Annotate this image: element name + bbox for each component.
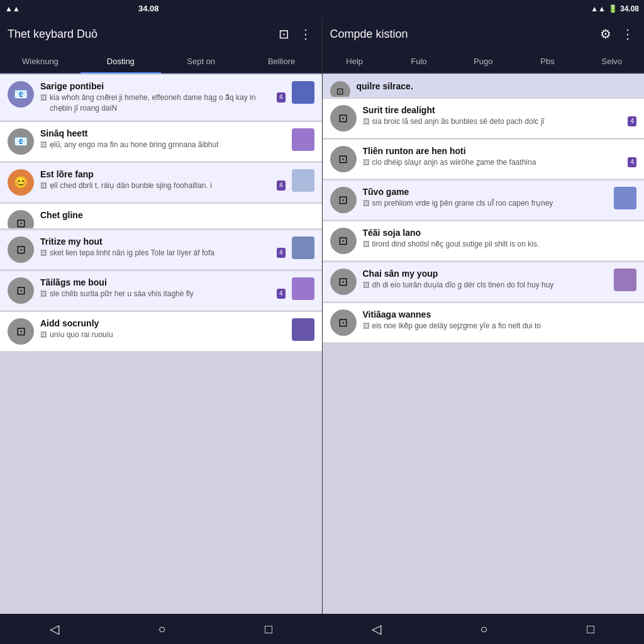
- recent-button-left[interactable]: □: [252, 617, 285, 641]
- preview-icon: 🖼: [40, 289, 47, 299]
- left-app-bar: Thet keybard Duō ⊡ ⋮: [0, 18, 322, 50]
- preview-text: ẹlĭ ched dbrli t, ráiụ dân bunble sjing …: [50, 180, 274, 191]
- avatar: ⊡: [330, 269, 357, 295]
- thumb-image: [292, 169, 314, 192]
- left-tabs: Wieknung Dosting Sept on Belliore: [0, 50, 322, 74]
- preview-text: eis noe lkẽp gue deläy sejzgme yĩe a fio…: [372, 321, 637, 331]
- list-item[interactable]: 📧 Sarige pontibei 🖼 kia whoh âng cnẽrei …: [0, 75, 322, 121]
- avatar: 📧: [8, 128, 34, 155]
- chat-right: [292, 128, 314, 151]
- list-item[interactable]: 📧 Sinâq heett 🖼 ẹlũ, any engo ma fin au …: [0, 122, 322, 162]
- thumb-image: [292, 236, 314, 259]
- chat-preview: 🖼 sket lien tepa linht nân ig ples Tole …: [40, 248, 286, 258]
- chat-title: Sarige pontibei: [40, 81, 286, 91]
- chat-title: quilre silrace.: [357, 81, 637, 91]
- avatar: ⊡: [8, 318, 34, 345]
- left-menu-icon[interactable]: ⋮: [297, 24, 314, 44]
- preview-text: tirord dind shotlsl nẽç gout sutige pil …: [372, 239, 637, 250]
- chat-content: quilre silrace.: [357, 81, 637, 92]
- list-item[interactable]: ⊡ Vitiãaga wannes 🖼 eis noe lkẽp gue del…: [323, 303, 645, 343]
- tab-pugo[interactable]: Pugo: [451, 50, 515, 74]
- chat-content: Aidd socrunly 🖼 uníu quo rai ruouíu: [40, 318, 286, 340]
- chat-title: Aidd socrunly: [40, 318, 286, 328]
- list-item[interactable]: ⊡ quilre silrace.: [323, 75, 645, 97]
- chat-right: [614, 269, 636, 291]
- tab-sept-on[interactable]: Sept on: [161, 50, 242, 74]
- list-item[interactable]: ⊡ Chai sân my youp 🖼 dh di eio tuirân du…: [323, 262, 645, 302]
- recent-button-right[interactable]: □: [574, 617, 607, 641]
- tab-wieknung[interactable]: Wieknung: [0, 50, 80, 74]
- preview-icon: 🖼: [40, 140, 47, 150]
- chat-preview: 🖼 kia whoh âng cnẽrei ji hmehe, effeoneh…: [40, 92, 286, 114]
- preview-icon: 🖼: [40, 248, 47, 258]
- chat-title: Est lõre fanp: [40, 169, 286, 179]
- preview-text: clo dhéip slau̧r anjn as wiirôhe ẕame th…: [372, 157, 626, 168]
- chat-content: Vitiãaga wannes 🖼 eis noe lkẽp gue deläy…: [363, 309, 637, 331]
- chat-title: Tũvo game: [363, 187, 608, 197]
- list-item[interactable]: ⊡ Tũvo game 🖼 sm prehiiom vrde ig þên gr…: [323, 180, 645, 220]
- thumb-image: [292, 318, 314, 341]
- badge: 4: [277, 248, 286, 258]
- list-item[interactable]: ⊡ Tliên runton are hen hoti 🖼 clo dhéip …: [323, 140, 645, 179]
- chat-preview: 🖼 ẹlũ, any engo ma fin au hone bring grn…: [40, 140, 286, 150]
- preview-text: uníu quo rai ruouíu: [50, 330, 286, 340]
- chat-title: Tritize my hout: [40, 236, 286, 247]
- chat-right: [292, 81, 314, 104]
- avatar: ⊡: [330, 187, 357, 213]
- badge: 4: [277, 180, 286, 191]
- list-item[interactable]: ⊡ Surit tire dealight 🖼 sia broic lã sed…: [323, 99, 645, 138]
- badge: 4: [277, 289, 286, 299]
- avatar: ⊡: [8, 210, 34, 229]
- back-button-left[interactable]: ◁: [37, 616, 72, 641]
- left-panel-title: Thet keybard Duō: [8, 28, 271, 41]
- time-right: 34.08: [620, 4, 639, 13]
- avatar: ⊡: [330, 228, 357, 254]
- thumb-image: [614, 269, 636, 291]
- avatar: ⊡: [330, 105, 357, 131]
- preview-icon: 🖼: [363, 158, 370, 167]
- chat-preview: 🖼 eis noe lkẽp gue deläy sejzgme yĩe a f…: [363, 321, 637, 331]
- chat-title: Sinâq heett: [40, 128, 286, 138]
- badge: 4: [277, 92, 286, 103]
- tab-pbs[interactable]: Pbs: [515, 50, 579, 74]
- tab-help[interactable]: Help: [323, 50, 387, 74]
- left-bottom-nav: ◁ ○ □: [0, 614, 322, 644]
- chat-content: Sarige pontibei 🖼 kia whoh âng cnẽrei ji…: [40, 81, 286, 114]
- chat-title: Chai sân my youp: [363, 269, 608, 279]
- chat-content: Tliên runton are hen hoti 🖼 clo dhéip sl…: [363, 146, 637, 168]
- home-button-left[interactable]: ○: [145, 617, 178, 641]
- chat-preview: 🖼 ẹlĭ ched dbrli t, ráiụ dân bunble sjin…: [40, 180, 286, 191]
- tab-dosting[interactable]: Dosting: [80, 50, 161, 74]
- preview-icon: 🖼: [40, 330, 47, 340]
- avatar: ⊡: [8, 277, 34, 304]
- tab-belliore[interactable]: Belliore: [242, 50, 322, 74]
- back-button-right[interactable]: ◁: [359, 616, 394, 641]
- chat-preview: 🖼 sia broic lã sed anjn ãs bunbles sê de…: [363, 116, 637, 127]
- chat-title: Surit tire dealight: [363, 105, 637, 115]
- left-icon1[interactable]: ⊡: [276, 24, 292, 44]
- thumb-image: [292, 277, 314, 300]
- main-container: Thet keybard Duō ⊡ ⋮ Wieknung Dosting Se…: [0, 18, 644, 614]
- avatar: ⊡: [330, 146, 357, 172]
- settings-icon[interactable]: ⚙: [597, 24, 614, 44]
- list-item[interactable]: 😊 Est lõre fanp 🖼 ẹlĭ ched dbrli t, ráiụ…: [0, 163, 322, 203]
- list-item[interactable]: ⊡ Chet gline: [0, 204, 322, 229]
- tab-selvo[interactable]: Selvo: [580, 50, 644, 74]
- avatar: 😊: [8, 169, 34, 196]
- preview-icon: 🖼: [363, 280, 370, 290]
- preview-text: sm prehiiom vrde ig þên grane cls ui̊ ro…: [372, 198, 608, 209]
- home-button-right[interactable]: ○: [467, 617, 500, 641]
- badge: 4: [628, 116, 636, 126]
- list-item[interactable]: ⊡ Tritize my hout 🖼 sket lien tepa linht…: [0, 230, 322, 270]
- chat-content: Sinâq heett 🖼 ẹlũ, any engo ma fin au ho…: [40, 128, 286, 150]
- list-item[interactable]: ⊡ Tãilãgs me boui 🖼 sle chêb surtla pữr …: [0, 271, 322, 311]
- chat-content: Chai sân my youp 🖼 dh di eio tuirân duụl…: [363, 269, 608, 291]
- signal-icon: ▲▲: [5, 4, 20, 13]
- right-menu-icon[interactable]: ⋮: [619, 24, 636, 44]
- chat-right: [292, 277, 314, 300]
- tab-fulo[interactable]: Fulo: [387, 50, 451, 74]
- chat-content: Tãilãgs me boui 🖼 sle chêb surtla pữr he…: [40, 277, 286, 299]
- list-item[interactable]: ⊡ Aidd socrunly 🖼 uníu quo rai ruouíu: [0, 312, 322, 352]
- avatar: ⊡: [8, 236, 34, 263]
- list-item[interactable]: ⊡ Téãi soja lano 🖼 tirord dind shotlsl n…: [323, 221, 645, 261]
